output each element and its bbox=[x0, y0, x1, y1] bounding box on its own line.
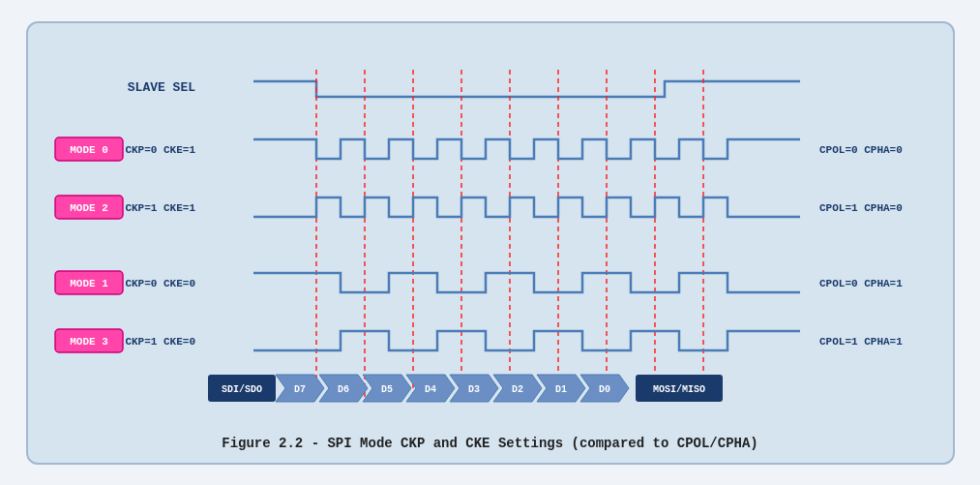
mode2-params: CKP=1 CKE=1 bbox=[125, 202, 195, 214]
mode1-params: CKP=0 CKE=0 bbox=[125, 278, 195, 289]
mode1-label: MODE 1 bbox=[70, 278, 108, 289]
mode0-label: MODE 0 bbox=[70, 144, 108, 156]
outer-container: SLAVE SEL MODE 0 CKP=0 CKE=1 CPOL=0 CPHA… bbox=[26, 21, 955, 465]
mode3-label: MODE 3 bbox=[70, 336, 108, 348]
slave-sel-wave bbox=[253, 81, 800, 97]
timing-diagram: SLAVE SEL MODE 0 CKP=0 CKE=1 CPOL=0 CPHA… bbox=[45, 41, 935, 428]
mode2-cpol: CPOL=1 CPHA=0 bbox=[819, 202, 903, 214]
mode3-params: CKP=1 CKE=0 bbox=[125, 336, 195, 348]
d1-label: D1 bbox=[554, 384, 566, 395]
mode2-label: MODE 2 bbox=[70, 202, 108, 214]
d6-label: D6 bbox=[337, 384, 348, 395]
mode0-wave bbox=[253, 139, 800, 159]
d0-label: D0 bbox=[598, 384, 609, 395]
diagram-area: SLAVE SEL MODE 0 CKP=0 CKE=1 CPOL=0 CPHA… bbox=[45, 41, 935, 428]
mode0-cpol: CPOL=0 CPHA=0 bbox=[819, 144, 903, 156]
mosi-miso-label: MOSI/MISO bbox=[652, 384, 704, 395]
mode3-cpol: CPOL=1 CPHA=1 bbox=[819, 336, 903, 348]
slave-sel-label: SLAVE SEL bbox=[127, 80, 194, 95]
mode2-wave bbox=[253, 197, 800, 217]
d5-label: D5 bbox=[380, 384, 392, 395]
d2-label: D2 bbox=[511, 384, 522, 395]
mode3-wave bbox=[253, 331, 800, 350]
d3-label: D3 bbox=[467, 384, 479, 395]
mode0-params: CKP=0 CKE=1 bbox=[125, 144, 195, 156]
mode1-cpol: CPOL=0 CPHA=1 bbox=[819, 278, 903, 289]
sdi-sdo-label: SDI/SDO bbox=[221, 384, 261, 395]
d7-label: D7 bbox=[293, 384, 305, 395]
d4-label: D4 bbox=[424, 384, 435, 395]
svg-rect-0 bbox=[249, 41, 800, 428]
figure-caption: Figure 2.2 - SPI Mode CKP and CKE Settin… bbox=[45, 436, 935, 451]
mode1-wave bbox=[253, 273, 800, 292]
